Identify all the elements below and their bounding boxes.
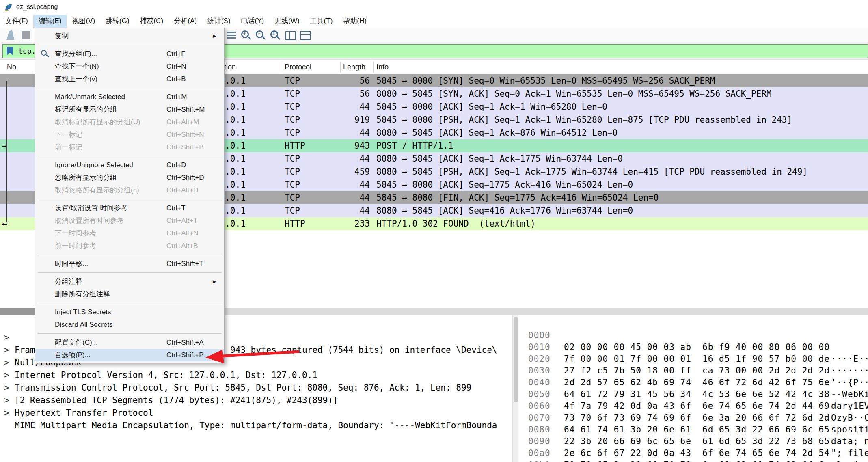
hex-row[interactable]: 0050 4f 7a 79 42 0d 0a 43 6f 6e 74 65 6e… xyxy=(518,377,868,389)
column-divider[interactable] xyxy=(282,61,282,73)
hex-row[interactable]: 0040 64 61 72 79 31 45 56 34 4c 53 6e 6e… xyxy=(518,365,868,377)
hex-row[interactable]: 0060 73 70 6f 73 69 74 69 6f 6e 3a 20 66… xyxy=(518,389,868,400)
menu-item[interactable]: 取消标记所有显示的分组(U) Ctrl+Alt+M xyxy=(35,116,224,128)
menubar-item[interactable]: 分析(A) xyxy=(168,15,202,28)
menubar-item[interactable]: 捕获(C) xyxy=(135,15,169,28)
menu-item-shortcut: Ctrl+Shift+B xyxy=(166,141,204,153)
packet-detail-line[interactable]: > MIME Multipart Media Encapsulation, Ty… xyxy=(0,394,512,407)
packet-protocol: TCP xyxy=(285,113,300,126)
packet-detail-line[interactable]: > Hypertext Transfer Protocol xyxy=(0,382,512,394)
edit-menu-dropdown: 复制 ▶ 查找分组(F)... Ctrl+F 查找下一个(N) Ctrl+N 查… xyxy=(35,28,225,363)
menu-item-label: 设置/取消设置 时间参考 xyxy=(55,204,127,212)
details-scrollbar-thumb[interactable] xyxy=(514,317,518,402)
zoom-in-icon[interactable]: + xyxy=(240,30,253,41)
menu-item[interactable]: 标记所有显示的分组 Ctrl+Shift+M xyxy=(35,103,224,116)
menu-item[interactable]: 查找下一个(N) Ctrl+N xyxy=(35,60,224,73)
capture-start-icon[interactable] xyxy=(4,30,16,41)
menubar-item[interactable]: 跳转(G) xyxy=(100,15,135,28)
menu-item-label: Discard All Secrets xyxy=(55,321,113,328)
menu-item[interactable]: 配置文件(C)... Ctrl+Shift+A xyxy=(35,336,224,349)
menu-item-shortcut: Ctrl+Shift+T xyxy=(166,257,203,270)
menubar-item[interactable]: 编辑(E) xyxy=(33,15,67,28)
zoom-out-icon[interactable]: − xyxy=(255,30,267,41)
menu-item[interactable]: 设置/取消设置 时间参考 Ctrl+T xyxy=(35,202,224,214)
packet-detail-line[interactable]: > [2 Reassembled TCP Segments (1774 byte… xyxy=(0,369,512,382)
menu-item[interactable]: 取消设置所有时间参考 Ctrl+Alt+T xyxy=(35,214,224,227)
menu-item[interactable]: 忽略所有显示的分组 Ctrl+Shift+D xyxy=(35,171,224,184)
menu-item[interactable]: 查找分组(F)... Ctrl+F xyxy=(35,47,224,60)
zoom-100-icon[interactable]: 1 xyxy=(270,30,282,41)
menu-item-icon xyxy=(40,31,49,40)
hex-row[interactable]: 0080 22 3b 20 66 69 6c 65 6e 61 6d 65 3d… xyxy=(518,412,868,424)
column-header-info[interactable]: Info xyxy=(376,60,389,75)
menu-item-label: 查找下一个(N) xyxy=(55,63,99,70)
hex-row[interactable]: 00a0 79 70 65 3a 20 61 70 70 6c 69 63 61… xyxy=(518,436,868,447)
packet-list-icon[interactable] xyxy=(226,30,238,41)
menu-item-label: 配置文件(C)... xyxy=(55,339,98,346)
column-header-no[interactable]: No. xyxy=(7,60,18,75)
hex-row[interactable]: 00b0 2f 6f 63 74 65 74 2d 73 74 72 65 61… xyxy=(518,447,868,459)
menu-item-label: Inject TLS Secrets xyxy=(55,308,111,316)
packet-length: 44 xyxy=(317,178,370,191)
menu-item[interactable]: Discard All Secrets xyxy=(35,318,224,331)
hex-row[interactable]: 0020 27 f2 c5 7b 50 18 00 ff ca 73 00 00… xyxy=(518,341,868,353)
hex-dump-pane: 0000 02 00 00 00 45 00 03 ab 6b f9 40 00… xyxy=(518,315,868,462)
hex-row[interactable]: 0000 02 00 00 00 45 00 03 ab 6b f9 40 00… xyxy=(518,318,868,330)
menu-item[interactable]: 前一时间参考 Ctrl+Alt+B xyxy=(35,240,224,252)
menubar-item[interactable]: 工具(T) xyxy=(305,15,338,28)
hex-row[interactable]: 0010 7f 00 00 01 7f 00 00 01 16 d5 1f 90… xyxy=(518,330,868,341)
packet-length: 233 xyxy=(317,217,370,230)
menu-item-label: 取消设置所有时间参考 xyxy=(55,217,124,225)
auto-fit-columns-icon[interactable] xyxy=(299,30,311,41)
filter-bookmark-icon[interactable] xyxy=(7,47,13,55)
menu-item[interactable]: Inject TLS Secrets xyxy=(35,306,224,318)
menubar-item[interactable]: 文件(F) xyxy=(0,15,33,28)
menu-item[interactable]: 取消忽略所有显示的分组(n) Ctrl+Alt+D xyxy=(35,184,224,196)
menu-item-icon xyxy=(40,203,49,212)
menu-item[interactable]: Ignore/Unignore Selected Ctrl+D xyxy=(35,159,224,171)
hex-row[interactable]: 0070 64 61 74 61 3b 20 6e 61 6d 65 3d 22… xyxy=(518,400,868,412)
expand-arrow-icon[interactable]: > xyxy=(4,407,9,419)
menu-item-label: Ignore/Unignore Selected xyxy=(55,161,133,169)
menu-item[interactable]: 分组注释 ▶ xyxy=(35,275,224,288)
menu-item-icon xyxy=(40,74,49,83)
menu-item[interactable]: 复制 ▶ xyxy=(35,30,224,42)
column-header-length[interactable]: Length xyxy=(343,60,366,75)
column-divider[interactable] xyxy=(373,61,374,73)
menubar-item[interactable]: 视图(V) xyxy=(67,15,100,28)
window-title: ez_ssl.pcapng xyxy=(16,3,58,11)
menubar-item[interactable]: 统计(S) xyxy=(202,15,236,28)
details-scrollbar[interactable] xyxy=(512,315,519,462)
column-header-protocol[interactable]: Protocol xyxy=(285,60,311,75)
menu-item-icon xyxy=(40,338,49,347)
menu-item[interactable]: 首选项(P)... Ctrl+Shift+P xyxy=(35,349,224,361)
title-bar: ez_ssl.pcapng xyxy=(0,0,868,15)
menu-item-shortcut: Ctrl+T xyxy=(166,202,186,214)
menu-item[interactable]: 下一标记 Ctrl+Shift+N xyxy=(35,128,224,141)
menu-item[interactable]: 下一时间参考 Ctrl+Alt+N xyxy=(35,227,224,240)
menu-item-shortcut: Ctrl+M xyxy=(166,91,187,103)
packet-length: 459 xyxy=(317,165,370,178)
menu-item[interactable]: 时间平移... Ctrl+Shift+T xyxy=(35,257,224,270)
menubar-item[interactable]: 无线(W) xyxy=(269,15,304,28)
menu-item-label: 下一时间参考 xyxy=(55,229,96,237)
menu-bar: 文件(F)编辑(E)视图(V)跳转(G)捕获(C)分析(A)统计(S)电话(Y)… xyxy=(0,15,868,28)
resize-columns-icon[interactable] xyxy=(284,30,296,41)
menu-item-icon xyxy=(40,62,49,71)
packet-protocol: TCP xyxy=(285,126,300,139)
packet-length: 44 xyxy=(317,152,370,165)
column-divider[interactable] xyxy=(340,61,341,73)
menu-item[interactable]: 前一标记 Ctrl+Shift+B xyxy=(35,141,224,153)
menu-item-shortcut: Ctrl+Alt+T xyxy=(166,214,198,227)
menu-item[interactable]: Mark/Unmark Selected Ctrl+M xyxy=(35,91,224,103)
capture-stop-icon[interactable] xyxy=(19,30,32,41)
menu-item[interactable]: 查找上一个(v) Ctrl+B xyxy=(35,73,224,85)
menubar-item[interactable]: 帮助(H) xyxy=(338,15,372,28)
menubar-item[interactable]: 电话(Y) xyxy=(236,15,270,28)
menu-item[interactable]: 删除所有分组注释 xyxy=(35,288,224,300)
hex-row[interactable]: 0030 2d 2d 57 65 62 4b 69 74 46 6f 72 6d… xyxy=(518,353,868,365)
hex-row[interactable]: 0090 2e 6c 6f 67 22 0d 0a 43 6f 6e 74 65… xyxy=(518,424,868,436)
menu-item-shortcut: Ctrl+Shift+P xyxy=(166,349,204,361)
hex-row[interactable]: 00c0 0a 43 4c 49 45 4e 54 5f 52 41 4e 44… xyxy=(518,459,868,462)
menu-item-shortcut: Ctrl+B xyxy=(166,73,186,85)
